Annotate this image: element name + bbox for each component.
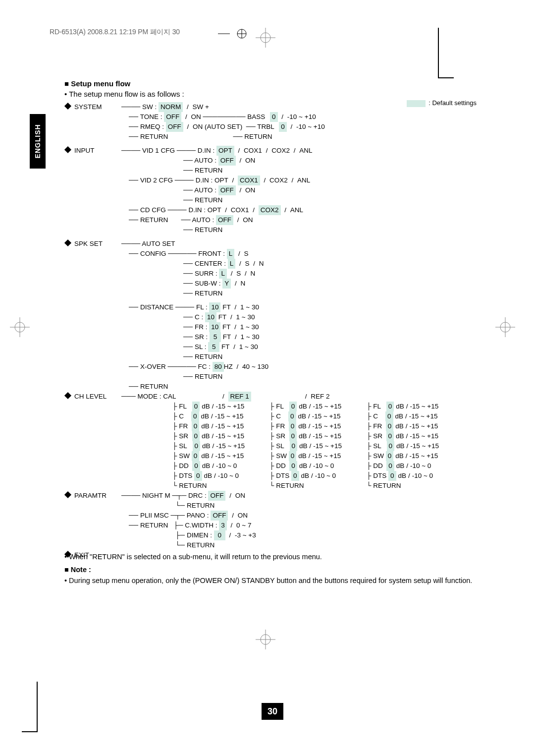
- section-title: ■ Setup menu flow: [64, 79, 481, 88]
- language-tab: ENGLISH: [30, 114, 46, 169]
- spkset-label: SPK SET: [74, 240, 103, 247]
- chlevel-label: CH LEVEL: [74, 393, 107, 400]
- crosshair-icon: [256, 630, 275, 649]
- intro-text: • The setup menu flow is as follows :: [64, 90, 481, 98]
- crop-mark-icon: [22, 682, 38, 732]
- crosshair-icon: [495, 317, 515, 337]
- page-number: 30: [262, 703, 283, 720]
- crop-mark-icon: [438, 28, 454, 78]
- system-label: SYSTEM: [74, 103, 102, 111]
- footnotes: • When "RETURN" is selected on a sub-men…: [64, 551, 481, 586]
- page-header: RD-6513(A) 2008.8.21 12:19 PM 페이지 30: [50, 28, 180, 37]
- registration-mark-icon: [218, 29, 253, 39]
- paramtr-label: PARAMTR: [74, 492, 107, 499]
- crosshair-icon: [10, 317, 30, 337]
- input-label: INPUT: [74, 147, 95, 154]
- crosshair-icon: [256, 28, 275, 48]
